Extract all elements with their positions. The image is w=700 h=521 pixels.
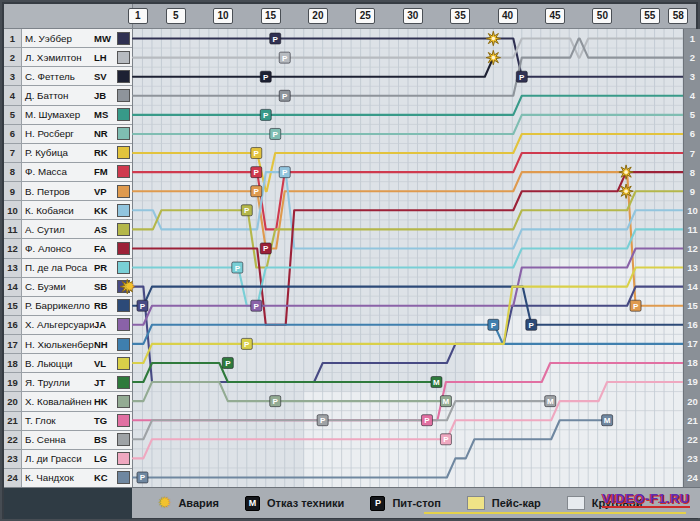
- position-axis-label: 1: [684, 29, 700, 48]
- driver-row: 4Д. БаттонJB: [4, 86, 132, 105]
- pit-stop-marker-MW: P: [270, 33, 281, 44]
- driver-code: VL: [94, 358, 117, 369]
- svg-text:P: P: [529, 321, 535, 330]
- driver-color-swatch: [117, 433, 130, 446]
- pit-stop-marker-BS: P: [317, 415, 328, 426]
- driver-name: Д. Баттон: [22, 90, 94, 101]
- grid-position: 3: [4, 67, 22, 85]
- driver-row: 13П. де ла РосаPR: [4, 259, 132, 278]
- pit-stop-marker-NH: P: [488, 319, 499, 330]
- position-axis-label: 6: [684, 124, 700, 143]
- grid-position: 6: [4, 125, 22, 143]
- svg-text:P: P: [254, 302, 260, 311]
- driver-row: 15Р. БаррикеллоRB: [4, 297, 132, 316]
- driver-code: FA: [94, 243, 117, 254]
- driver-name: Я. Трулли: [22, 377, 94, 388]
- pit-stop-marker-VP: P: [251, 186, 262, 197]
- svg-text:P: P: [263, 244, 269, 253]
- lap-axis-label: 55: [640, 8, 660, 24]
- pit-stop-marker-FA: P: [260, 243, 271, 254]
- position-axis-label: 15: [684, 296, 700, 315]
- pit-stop-marker-TG: P: [421, 415, 432, 426]
- chart-frame: 151015202530354045505558 1М. УэбберMW2Л.…: [2, 2, 698, 519]
- legend-item-crash: ✹ Авария: [158, 496, 219, 510]
- driver-code: KC: [94, 472, 117, 483]
- svg-text:M: M: [547, 397, 554, 406]
- svg-text:P: P: [282, 92, 288, 101]
- svg-text:P: P: [244, 340, 250, 349]
- driver-name: С. Буэми: [22, 281, 94, 292]
- driver-code: LG: [94, 453, 117, 464]
- driver-row: 16Х. АльгерсуариJA: [4, 316, 132, 335]
- pit-stop-marker-MS: P: [260, 109, 271, 120]
- driver-name: Н. Росберг: [22, 128, 94, 139]
- driver-name: В. Петров: [22, 186, 94, 197]
- lap-axis-label: 35: [450, 8, 470, 24]
- driver-code: FM: [94, 166, 117, 177]
- driver-name: П. де ла Роса: [22, 262, 94, 273]
- driver-code: SB: [94, 281, 117, 292]
- driver-row: 5М. ШумахерMS: [4, 106, 132, 125]
- svg-text:P: P: [263, 111, 269, 120]
- pit-stop-marker-MW: P: [516, 71, 527, 82]
- grid-position: 8: [4, 163, 22, 181]
- svg-text:M: M: [604, 416, 611, 425]
- grid-position: 20: [4, 392, 22, 410]
- driver-name: А. Сутил: [22, 224, 94, 235]
- driver-code: LH: [94, 52, 117, 63]
- grid-position: 1: [4, 29, 22, 47]
- pit-stop-marker-SB: P: [137, 300, 148, 311]
- driver-name: Ф. Масса: [22, 166, 94, 177]
- driver-color-swatch: [117, 32, 130, 45]
- driver-color-swatch: [117, 299, 130, 312]
- position-axis-label: 8: [684, 163, 700, 182]
- driver-color-swatch: [117, 376, 130, 389]
- pit-stop-marker-FM: P: [251, 167, 262, 178]
- lap-axis-label: 50: [592, 8, 612, 24]
- driver-color-swatch: [117, 357, 130, 370]
- svg-text:P: P: [282, 54, 288, 63]
- position-axis-label: 22: [684, 430, 700, 449]
- pit-stop-marker-RB: P: [526, 319, 537, 330]
- grid-position: 12: [4, 239, 22, 257]
- position-axis-label: 13: [684, 258, 700, 277]
- pit-stop-marker-SV: P: [260, 71, 271, 82]
- mechanical-marker-KC: M: [602, 415, 613, 426]
- mechanical-marker-HK: M: [440, 396, 451, 407]
- driver-name: М. Уэббер: [22, 33, 94, 44]
- svg-text:P: P: [273, 35, 279, 44]
- driver-color-swatch: [117, 146, 130, 159]
- legend-label: Пит-стоп: [392, 497, 440, 509]
- svg-text:P: P: [140, 473, 146, 482]
- legend-item-safety-car: Пейс-кар: [467, 496, 541, 510]
- grid-position: 13: [4, 259, 22, 277]
- watermark-link[interactable]: VIDEO-F1.RU: [602, 491, 690, 508]
- driver-row: 23Л. ди ГрассиLG: [4, 450, 132, 469]
- svg-text:P: P: [225, 359, 231, 368]
- svg-text:P: P: [273, 130, 279, 139]
- driver-row: 6Н. РосбергNR: [4, 125, 132, 144]
- grid-position: 2: [4, 48, 22, 66]
- svg-text:P: P: [633, 302, 639, 311]
- grid-position: 21: [4, 412, 22, 430]
- driver-row: 10К. КобаясиKK: [4, 201, 132, 220]
- grid-position: 4: [4, 86, 22, 104]
- grid-position: 23: [4, 450, 22, 468]
- position-axis-label: 7: [684, 143, 700, 162]
- mechanical-marker-BS: M: [545, 396, 556, 407]
- driver-name: Р. Кубица: [22, 147, 94, 158]
- position-axis-label: 20: [684, 391, 700, 410]
- pit-stop-marker-JA: P: [251, 300, 262, 311]
- driver-name: Б. Сенна: [22, 434, 94, 445]
- driver-code: MW: [94, 33, 117, 44]
- svg-text:P: P: [244, 206, 250, 215]
- driver-color-swatch: [117, 242, 130, 255]
- svg-text:M: M: [433, 378, 440, 387]
- driver-code: NH: [94, 339, 117, 350]
- driver-row: 14С. БуэмиSB✹: [4, 278, 132, 297]
- driver-color-swatch: [117, 452, 130, 465]
- driver-row: 22Б. СеннаBS: [4, 431, 132, 450]
- driver-row: 21Т. ГлокTG: [4, 412, 132, 431]
- lap-axis-label: 10: [213, 8, 233, 24]
- legend-left-spacer: [4, 487, 132, 519]
